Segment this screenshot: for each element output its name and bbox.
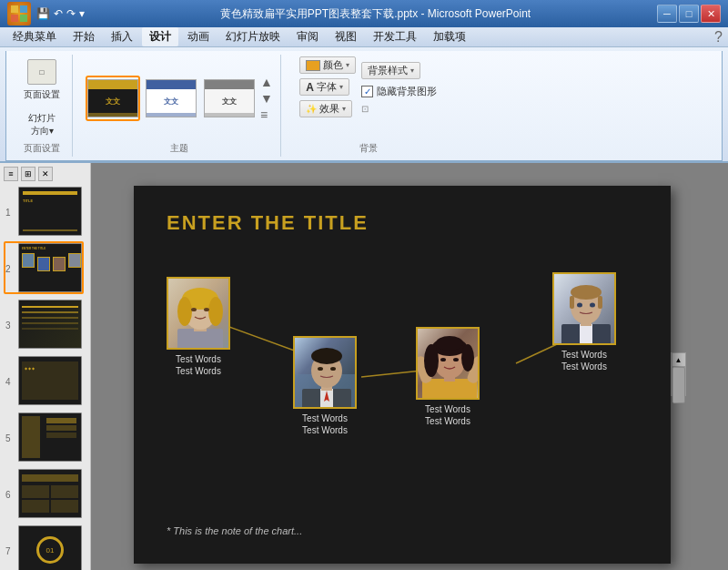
svg-point-14 — [208, 297, 223, 326]
bg-label: 背景 — [359, 142, 378, 155]
svg-point-44 — [571, 285, 602, 300]
slide-num-1: 1 — [5, 187, 18, 236]
scroll-thumb[interactable] — [672, 367, 685, 403]
hide-bg-shapes-area: ✓ 隐藏背景图形 — [361, 85, 437, 98]
font-row: A 字体 ▾ — [299, 78, 356, 96]
slide-img-2: ENTER THE TITLE — [18, 243, 82, 292]
slide-thumb-6[interactable]: 6 — [4, 467, 84, 520]
svg-rect-41 — [580, 324, 592, 344]
svg-rect-45 — [570, 296, 574, 309]
person-label-1: Test WordsTest Words — [176, 353, 221, 377]
menu-review[interactable]: 审阅 — [289, 27, 326, 46]
slide-thumb-4[interactable]: 4 ◆ ◆ ◆ — [4, 354, 84, 407]
menu-view[interactable]: 视图 — [328, 27, 364, 46]
ribbon: □ 页面设置 幻灯片方向▾ 页面设置 — [0, 47, 728, 163]
maximize-button[interactable]: □ — [679, 5, 699, 23]
svg-point-16 — [204, 308, 209, 311]
svg-point-36 — [436, 336, 463, 351]
svg-point-37 — [440, 358, 446, 361]
slide-img-3 — [18, 300, 82, 349]
window-controls: ─ □ ✕ — [657, 5, 721, 23]
svg-point-48 — [590, 302, 595, 307]
bg-expand-icon[interactable]: ⊡ — [361, 104, 369, 114]
svg-rect-1 — [20, 5, 27, 13]
slide-thumb-2[interactable]: 2 ENTER THE TITLE — [4, 241, 84, 294]
person-photo-1 — [167, 277, 230, 350]
slide-thumb-5[interactable]: 5 — [4, 411, 84, 463]
window-title: 黄色精致扁平实用PPT图表整套下载.pptx - Microsoft Power… — [94, 6, 657, 22]
hide-bg-shapes-label: 隐藏背景图形 — [377, 85, 437, 98]
panel-close-btn[interactable]: ✕ — [38, 167, 53, 181]
svg-point-34 — [424, 344, 439, 377]
slide-thumb-3[interactable]: 3 — [4, 298, 84, 351]
themes-scroll-down[interactable]: ▼ — [260, 91, 273, 106]
svg-rect-28 — [422, 379, 477, 400]
theme-button-3[interactable]: 文文 — [202, 76, 257, 121]
person-photo-3 — [416, 327, 480, 400]
menu-bar: 经典菜单 开始 插入 设计 动画 幻灯片放映 审阅 视图 开发工具 加载项 ? — [0, 27, 728, 47]
color-button[interactable]: 颜色 ▾ — [299, 56, 356, 74]
menu-classic[interactable]: 经典菜单 — [5, 27, 64, 46]
font-button[interactable]: A 字体 ▾ — [299, 78, 349, 96]
menu-animation[interactable]: 动画 — [180, 27, 217, 46]
undo-icon[interactable]: ↶ — [54, 7, 63, 20]
slide-thumb-7[interactable]: 7 01 — [4, 524, 84, 570]
svg-point-25 — [318, 367, 323, 371]
effect-row: ✨ 效果 ▾ — [299, 100, 356, 117]
person-node-2: Test WordsTest Words — [293, 336, 357, 436]
effect-button[interactable]: ✨ 效果 ▾ — [299, 100, 352, 117]
slide-img-4: ◆ ◆ ◆ — [18, 356, 82, 405]
menu-design[interactable]: 设计 — [142, 27, 178, 46]
menu-insert[interactable]: 插入 — [104, 27, 140, 46]
person-label-3: Test WordsTest Words — [425, 403, 470, 427]
help-icon[interactable]: ? — [714, 29, 723, 46]
slide-img-5 — [18, 412, 82, 462]
slide-img-7: 01 — [18, 525, 82, 570]
themes-scroll-up[interactable]: ▲ — [260, 75, 273, 89]
bg-content: 颜色 ▾ A 字体 ▾ — [299, 56, 437, 140]
close-button[interactable]: ✕ — [701, 5, 721, 23]
color-swatch — [306, 60, 320, 71]
color-row: 颜色 ▾ — [299, 56, 356, 74]
theme-button-1[interactable]: 文文 — [86, 76, 140, 121]
hide-bg-shapes-checkbox[interactable]: ✓ — [361, 86, 373, 97]
dropdown-icon[interactable]: ▾ — [79, 7, 85, 20]
ribbon-group-background: 颜色 ▾ A 字体 ▾ — [287, 55, 450, 157]
panel-view-btn2[interactable]: ⊞ — [21, 167, 35, 181]
ribbon-content: □ 页面设置 幻灯片方向▾ 页面设置 — [5, 51, 723, 161]
redo-icon[interactable]: ↷ — [66, 7, 76, 20]
bg-style-button[interactable]: 背景样式 ▾ — [361, 62, 420, 79]
panel-view-btn1[interactable]: ≡ — [4, 167, 18, 181]
page-setup-button[interactable]: □ 页面设置 — [19, 56, 65, 104]
slide-num-2: 2 — [5, 243, 18, 292]
themes-dropdown[interactable]: ≡ — [260, 107, 273, 122]
office-logo — [7, 2, 31, 25]
slide-num-5: 5 — [5, 412, 18, 462]
menu-developer[interactable]: 开发工具 — [366, 27, 424, 46]
theme-button-2[interactable]: 文文 — [144, 76, 198, 121]
svg-point-24 — [311, 348, 342, 364]
slide-num-6: 6 — [5, 469, 18, 518]
svg-point-38 — [453, 358, 459, 361]
themes-content: 文文 文文 — [86, 56, 273, 140]
slide-thumb-1[interactable]: 1 TITLE — [4, 185, 84, 238]
slide-title: ENTER THE TITLE — [167, 211, 369, 235]
scroll-up-button[interactable]: ▲ — [672, 352, 686, 367]
app-body: ≡ ⊞ ✕ 1 TITLE 2 ENTER THE TITLE — [0, 163, 728, 570]
minimize-button[interactable]: ─ — [657, 5, 677, 23]
slide-direction-button[interactable]: 幻灯片方向▾ — [19, 109, 65, 140]
slide-area: ENTER THE TITLE — [91, 163, 728, 570]
svg-rect-3 — [20, 15, 27, 22]
slide-num-7: 7 — [5, 525, 18, 570]
slide-num-3: 3 — [5, 300, 18, 349]
menu-start[interactable]: 开始 — [66, 27, 102, 46]
slide-note: * This is the note of the chart... — [167, 525, 302, 536]
menu-slideshow[interactable]: 幻灯片放映 — [218, 27, 288, 46]
person-label-4: Test WordsTest Words — [561, 349, 607, 372]
page-setup-buttons: □ 页面设置 幻灯片方向▾ — [19, 56, 65, 140]
svg-point-15 — [191, 308, 197, 311]
svg-rect-9 — [177, 329, 223, 350]
save-icon[interactable]: 💾 — [36, 7, 50, 20]
menu-addins[interactable]: 加载项 — [426, 27, 473, 46]
ribbon-group-page-setup: □ 页面设置 幻灯片方向▾ 页面设置 — [12, 55, 73, 157]
